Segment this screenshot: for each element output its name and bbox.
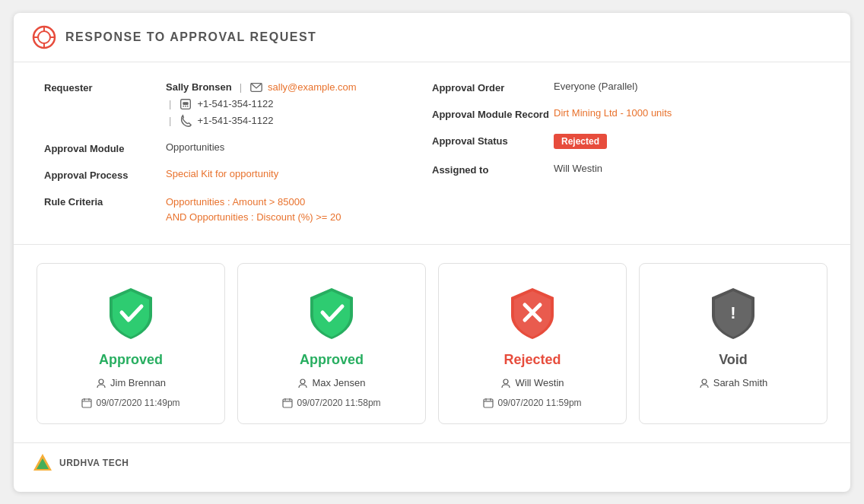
approval-status-value: Rejected: [554, 134, 820, 149]
approval-card-2: Rejected Will Westin 09/07/2020 11:59pm: [438, 263, 627, 424]
approval-module-record-value[interactable]: Dirt Mining Ltd - 1000 units: [554, 107, 820, 119]
info-left-col: Requester Sally Bronsen | sally@example.…: [44, 81, 432, 227]
footer: URDHVA TECH: [14, 442, 850, 483]
calendar-icon: [81, 398, 92, 408]
card-user-name-2: Will Westin: [515, 377, 564, 388]
svg-rect-8: [183, 102, 189, 105]
fax-icon: [179, 97, 192, 111]
requester-label: Requester: [44, 81, 166, 94]
user-icon: [297, 378, 308, 388]
requester-name: Sally Bronsen: [166, 81, 232, 93]
approval-process-label: Approval Process: [44, 168, 166, 181]
footer-brand: URDHVA TECH: [59, 458, 129, 468]
rule-criteria-row: Rule Criteria Opportunities : Amount > 8…: [44, 195, 432, 227]
shield-approved-icon: [100, 282, 161, 343]
card-user-name-1: Max Jensen: [312, 377, 365, 388]
assigned-to-value: Will Westin: [554, 163, 820, 174]
svg-point-24: [503, 379, 508, 384]
info-right-col: Approval Order Everyone (Parallel) Appro…: [432, 81, 820, 227]
approval-status-row: Approval Status Rejected: [432, 134, 820, 149]
svg-point-1: [38, 31, 50, 43]
svg-point-30: [702, 379, 707, 384]
svg-point-11: [187, 105, 189, 106]
approval-card-1: Approved Max Jensen 09/07/2020 11:58pm: [237, 263, 426, 424]
svg-rect-13: [82, 399, 91, 407]
approval-card-0: Approved Jim Brennan 09/07/2020 11:49pm: [37, 263, 225, 424]
divider: |: [240, 81, 242, 93]
status-badge: Rejected: [554, 134, 607, 149]
card-user-name-3: Sarah Smith: [713, 377, 768, 388]
rule-criteria-label: Rule Criteria: [44, 195, 166, 208]
svg-point-17: [300, 379, 305, 384]
rule-criteria-line2: AND Opportunities : Discount (%) >= 20: [166, 210, 341, 226]
requester-row: Requester Sally Bronsen | sally@example.…: [44, 81, 432, 128]
phone-icon: [179, 114, 192, 128]
cards-section: Approved Jim Brennan 09/07/2020 11:49pm: [14, 245, 850, 442]
card-status-1: Approved: [300, 352, 364, 368]
requester-phone1-line: | +1-541-354-1122: [166, 97, 432, 111]
rule-criteria-line1: Opportunities : Amount > 85000: [166, 195, 341, 211]
svg-text:!: !: [730, 303, 735, 322]
card-user-2: Will Westin: [500, 377, 564, 388]
user-icon: [96, 378, 106, 388]
requester-phone1: +1-541-354-1122: [197, 98, 273, 109]
card-user-1: Max Jensen: [297, 377, 365, 388]
footer-logo-icon: [32, 452, 53, 474]
requester-value: Sally Bronsen | sally@example.com |: [166, 81, 432, 128]
requester-phone2: +1-541-354-1122: [197, 115, 273, 126]
card-user-0: Jim Brennan: [96, 377, 166, 388]
approval-card-3: ! Void Sarah Smith: [639, 263, 827, 424]
card-date-text-1: 09/07/2020 11:58pm: [297, 398, 380, 408]
approval-order-label: Approval Order: [432, 81, 554, 94]
approval-process-value[interactable]: Special Kit for opportunity: [166, 168, 432, 179]
card-date-0: 09/07/2020 11:49pm: [81, 398, 179, 408]
approval-order-value: Everyone (Parallel): [554, 81, 820, 92]
card-status-2: Rejected: [503, 352, 561, 368]
card-status-3: Void: [719, 352, 748, 368]
email-icon: [249, 81, 263, 94]
main-card: RESPONSE TO APPROVAL REQUEST Requester S…: [14, 13, 850, 492]
header: RESPONSE TO APPROVAL REQUEST: [14, 13, 850, 62]
assigned-to-row: Assigned to Will Westin: [432, 163, 820, 176]
requester-phone2-line: | +1-541-354-1122: [166, 114, 432, 128]
approval-module-label: Approval Module: [44, 141, 166, 154]
user-icon: [500, 378, 511, 388]
svg-point-9: [183, 105, 185, 106]
svg-rect-25: [484, 399, 493, 407]
approval-order-row: Approval Order Everyone (Parallel): [432, 81, 820, 94]
assigned-to-label: Assigned to: [432, 163, 554, 176]
requester-name-line: Sally Bronsen | sally@example.com: [166, 81, 432, 94]
card-date-text-0: 09/07/2020 11:49pm: [96, 398, 179, 408]
shield-approved-icon: [301, 282, 362, 343]
rule-criteria-value: Opportunities : Amount > 85000 AND Oppor…: [166, 195, 341, 227]
card-date-text-2: 09/07/2020 11:59pm: [497, 398, 581, 408]
svg-rect-18: [283, 399, 292, 407]
shield-void-icon: !: [703, 282, 764, 343]
card-status-0: Approved: [99, 352, 163, 368]
app-logo-icon: [32, 25, 56, 49]
requester-email[interactable]: sally@example.com: [268, 81, 357, 93]
info-section: Requester Sally Bronsen | sally@example.…: [14, 62, 850, 242]
svg-point-12: [99, 379, 103, 384]
approval-process-row: Approval Process Special Kit for opportu…: [44, 168, 432, 181]
calendar-icon: [282, 398, 293, 408]
approval-status-label: Approval Status: [432, 134, 554, 147]
shield-rejected-icon: [502, 282, 563, 343]
approval-module-record-label: Approval Module Record: [432, 107, 554, 120]
approval-module-record-row: Approval Module Record Dirt Mining Ltd -…: [432, 107, 820, 120]
approval-module-row: Approval Module Opportunities: [44, 141, 432, 154]
card-user-name-0: Jim Brennan: [110, 377, 166, 388]
calendar-icon: [483, 398, 494, 408]
svg-point-10: [185, 105, 186, 106]
page-title: RESPONSE TO APPROVAL REQUEST: [65, 30, 316, 44]
approval-module-value: Opportunities: [166, 141, 432, 153]
user-icon: [699, 378, 710, 388]
card-user-3: Sarah Smith: [699, 377, 768, 388]
card-date-2: 09/07/2020 11:59pm: [483, 398, 581, 408]
card-date-1: 09/07/2020 11:58pm: [282, 398, 380, 408]
